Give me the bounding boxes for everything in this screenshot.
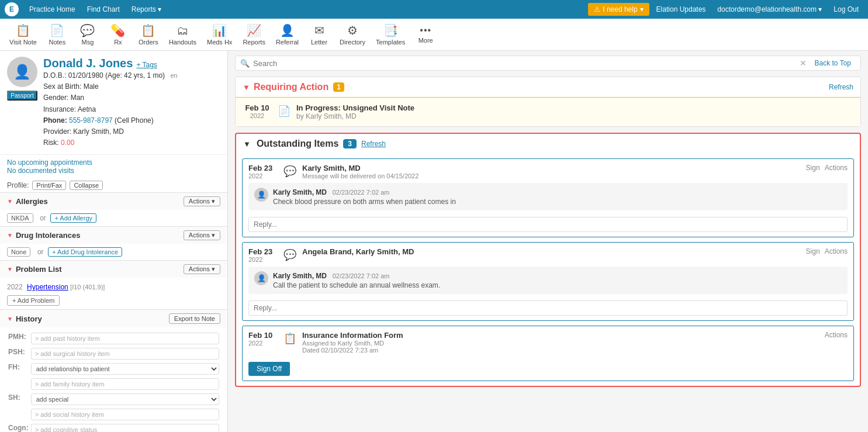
referral-btn[interactable]: 👤 Referral [271, 21, 303, 48]
reports-btn[interactable]: 📈 Reports [238, 21, 270, 48]
add-drug-intolerance-btn[interactable]: + Add Drug Intolerance [48, 247, 122, 257]
item3-main: Insurance Information Form Assigned to K… [302, 331, 819, 354]
fh-select[interactable]: add relationship to patient [31, 363, 219, 375]
patient-tags-btn[interactable]: + Tags [136, 61, 157, 69]
reply-input-1[interactable] [248, 217, 848, 232]
item2-sign-link[interactable]: Sign [806, 247, 820, 255]
history-sh-input-row [7, 407, 220, 422]
message-icon-1: 💬 [283, 165, 296, 178]
letter-btn[interactable]: ✉ Letter [305, 21, 334, 48]
export-to-note-btn[interactable]: Export to Note [169, 313, 220, 324]
user-email-btn[interactable]: doctordemo@elationhealth.com ▾ [713, 3, 826, 16]
logo-icon: E [5, 2, 19, 16]
search-clear-icon[interactable]: ✕ [800, 58, 807, 68]
drug-intolerances-section: ▼ Drug Intolerances Actions ▾ None or + … [0, 226, 227, 260]
msg-text-2: Call the patient to schedule an annual w… [273, 281, 842, 289]
print-fax-btn[interactable]: Print/Fax [32, 181, 66, 190]
problem-list-title: Problem List [16, 265, 62, 274]
allergies-chevron: ▼ [7, 198, 13, 205]
rx-btn[interactable]: 💊 Rx [103, 21, 133, 48]
handouts-btn[interactable]: 🗂 Handouts [164, 22, 201, 48]
fh-label: FH: [7, 361, 30, 376]
warning-icon: ⚠ [594, 5, 600, 13]
no-visits-link[interactable]: No documented visits [7, 167, 220, 175]
allergies-actions-btn[interactable]: Actions ▾ [184, 196, 220, 206]
sh-input[interactable] [31, 409, 219, 420]
problem-list-header[interactable]: ▼ Problem List Actions ▾ [0, 261, 227, 278]
cogn-label: Cogn: [7, 422, 30, 432]
history-header[interactable]: ▼ History Export to Note [0, 310, 227, 327]
back-to-top-btn[interactable]: Back to Top [810, 59, 856, 67]
meds-hx-btn[interactable]: 📊 Meds Hx [202, 21, 237, 48]
avatar: 👤 [7, 57, 37, 87]
more-btn[interactable]: ••• More [411, 23, 440, 46]
logout-btn[interactable]: Log Out [829, 3, 863, 16]
requiring-action-title: Requiring Action [254, 82, 328, 92]
no-appointments-link[interactable]: No upcoming appointments [7, 158, 220, 167]
find-chart-btn[interactable]: Find Chart [82, 3, 125, 16]
item1-actions-link[interactable]: Actions [825, 164, 848, 172]
item3-actions: Actions [825, 331, 848, 339]
message-icon-2: 💬 [283, 248, 296, 261]
problem-link[interactable]: Hypertension [27, 283, 68, 291]
fh-input[interactable] [31, 378, 219, 390]
problem-list-actions-btn[interactable]: Actions ▾ [184, 264, 220, 274]
drug-intolerances-header[interactable]: ▼ Drug Intolerances Actions ▾ [0, 227, 227, 244]
history-table: PMH: PSH: FH: [7, 331, 220, 432]
patient-toolbar: 📋 Visit Note 📄 Notes 💬 Msg 💊 Rx 📋 Orders… [0, 19, 868, 51]
item2-actions-link[interactable]: Actions [825, 247, 848, 255]
item1-actions: Sign Actions [806, 164, 848, 172]
nkda-btn[interactable]: NKDA [7, 213, 33, 223]
msg-btn[interactable]: 💬 Msg [73, 21, 102, 48]
reply-input-2[interactable] [248, 300, 848, 316]
passport-btn[interactable]: Passport [7, 91, 37, 101]
problem-list-section: ▼ Problem List Actions ▾ 2022 Hypertensi… [0, 260, 227, 309]
avatar-icon: 👤 [13, 64, 31, 80]
item1-sign-link[interactable]: Sign [806, 164, 820, 172]
psh-input[interactable] [31, 348, 219, 360]
none-tag-btn[interactable]: None [7, 247, 30, 257]
reports-icon: 📈 [247, 23, 261, 37]
drug-intolerances-actions-btn[interactable]: Actions ▾ [184, 230, 220, 240]
problem-list-chevron: ▼ [7, 266, 13, 272]
item3-dated: Dated 02/10/2022 7:23 am [302, 347, 819, 354]
elation-updates-btn[interactable]: Elation Updates [652, 3, 711, 16]
history-title: History [16, 315, 42, 323]
chevron-icon: ▾ [640, 5, 644, 13]
help-btn[interactable]: ⚠ I need help ▾ [588, 3, 649, 16]
action-doc-icon: 📄 [278, 105, 291, 117]
patient-phone-link[interactable]: 555-987-8797 [69, 116, 113, 125]
item3-date: Feb 10 2022 [248, 331, 278, 347]
cogn-input[interactable] [31, 424, 219, 432]
practice-home-btn[interactable]: Practice Home [25, 3, 80, 16]
sign-off-btn[interactable]: Sign Off [248, 362, 290, 376]
allergies-header[interactable]: ▼ Allergies Actions ▾ [0, 193, 227, 210]
allergies-section: ▼ Allergies Actions ▾ NKDA or + Add Alle… [0, 192, 227, 226]
item3-actions-link[interactable]: Actions [825, 331, 848, 339]
msg-avatar-1: 👤 [254, 188, 268, 202]
item1-sender: Karly Smith, MD [302, 164, 361, 172]
collapse-btn[interactable]: Collapse [70, 181, 103, 190]
directory-btn[interactable]: ⚙ Directory [335, 21, 370, 48]
msg-icon: 💬 [80, 23, 95, 37]
requiring-action-refresh[interactable]: Refresh [829, 83, 853, 91]
sh-select[interactable]: add special [31, 393, 219, 405]
outstanding-items-refresh[interactable]: Refresh [361, 140, 386, 148]
action-content: In Progress: Unsigned Visit Note by Karl… [296, 103, 853, 120]
notes-btn[interactable]: 📄 Notes [43, 21, 72, 48]
action-sub: by Karly Smith, MD [296, 112, 853, 120]
add-problem-btn[interactable]: + Add Problem [7, 295, 60, 306]
outstanding-item-msg1: Feb 23 2022 💬 Karly Smith, MD Message wi… [242, 158, 854, 237]
pmh-input[interactable] [31, 333, 219, 344]
patient-name: Donald J. Jones [43, 57, 133, 70]
message-bubble-2: 👤 Karly Smith, MD 02/23/2022 7:02 am Cal… [248, 267, 848, 294]
templates-btn[interactable]: 📑 Templates [371, 21, 410, 48]
visit-note-btn[interactable]: 📋 Visit Note [5, 21, 42, 48]
orders-btn[interactable]: 📋 Orders [134, 21, 163, 48]
reports-nav-btn[interactable]: Reports ▾ [127, 3, 166, 16]
top-nav: E Practice Home Find Chart Reports ▾ ⚠ I… [0, 0, 868, 19]
patient-gender: Gender: Man [43, 92, 178, 103]
history-pmh-row: PMH: [7, 331, 220, 346]
add-allergy-btn[interactable]: + Add Allergy [50, 213, 96, 223]
search-input[interactable] [253, 59, 796, 68]
